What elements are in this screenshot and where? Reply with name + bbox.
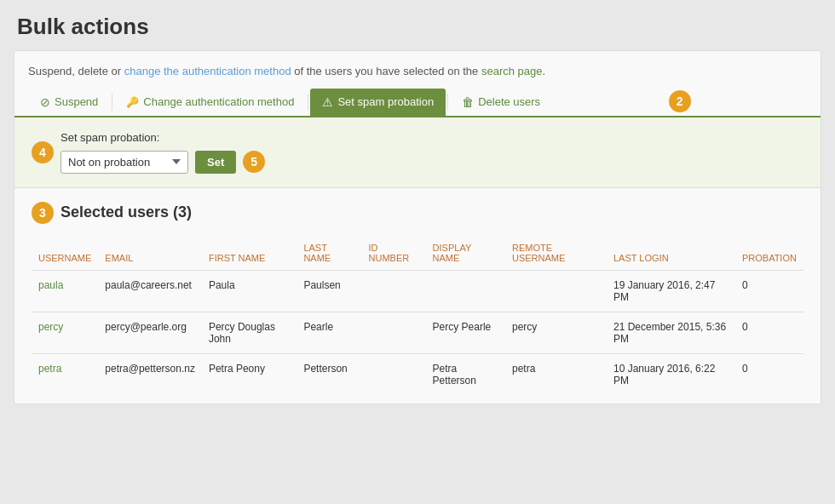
change-auth-icon: 🔑 <box>126 96 139 108</box>
col-last-name: LAST NAME <box>297 238 361 271</box>
step-2-badge: 2 <box>669 90 691 112</box>
tab-divider-3 <box>447 94 448 111</box>
cell-probation: 0 <box>735 270 803 312</box>
cell-username[interactable]: percy <box>32 312 98 353</box>
step-3-badge: 3 <box>32 202 54 224</box>
tab-divider-2 <box>308 94 308 111</box>
cell-username[interactable]: petra <box>32 353 98 395</box>
cell-probation: 0 <box>735 312 803 353</box>
info-text-end: . <box>543 65 546 77</box>
step-5-badge: 5 <box>243 151 265 173</box>
users-table: USERNAME EMAIL FIRST NAME LAST NAME ID N… <box>32 238 803 395</box>
cell-username-link[interactable]: paula <box>38 279 63 291</box>
col-remote-username: REMOTE USERNAME <box>505 238 607 271</box>
cell-username-link[interactable]: petra <box>38 363 61 375</box>
cell-id-number <box>362 312 426 353</box>
cell-remote-username <box>505 270 607 312</box>
cell-last-name: Paulsen <box>297 270 361 312</box>
cell-email: percy@pearle.org <box>98 312 202 353</box>
tabs-bar: ⊘ Suspend 🔑 Change authentication method… <box>14 89 821 117</box>
cell-last-login: 19 January 2016, 2:47 PM <box>607 270 735 312</box>
tab-suspend[interactable]: ⊘ Suspend <box>28 89 110 116</box>
info-bar: Suspend, delete or change the authentica… <box>14 51 821 89</box>
cell-username-link[interactable]: percy <box>38 321 63 333</box>
cell-last-name: Petterson <box>297 353 361 395</box>
tab-divider-1 <box>112 94 112 111</box>
tab-delete-users[interactable]: 🗑 Delete users <box>450 89 552 116</box>
info-text-before: Suspend, delete or <box>28 65 124 77</box>
tab-change-auth[interactable]: 🔑 Change authentication method <box>114 89 306 115</box>
info-text-middle: of the users you have selected on the <box>291 65 481 77</box>
warning-icon: ⚠ <box>322 95 333 109</box>
selected-users-section: 3 Selected users (3) USERNAME EMAIL FIRS… <box>14 188 821 404</box>
table-row: paulapaula@careers.netPaulaPaulsen19 Jan… <box>32 270 803 312</box>
col-first-name: FIRST NAME <box>202 238 297 271</box>
cell-id-number <box>362 270 426 312</box>
selected-users-heading: Selected users (3) <box>60 203 192 221</box>
cell-first-name: Paula <box>202 270 297 312</box>
action-label: Set spam probation: <box>60 131 265 144</box>
table-row: petrapetra@petterson.nzPetra PeonyPetter… <box>32 353 803 395</box>
action-row: Not on probation On probation Set 5 <box>60 151 265 174</box>
cell-display-name <box>426 270 505 312</box>
probation-select[interactable]: Not on probation On probation <box>60 151 188 174</box>
cell-username[interactable]: paula <box>32 270 98 312</box>
cell-probation: 0 <box>735 353 803 395</box>
tab-set-spam[interactable]: ⚠ Set spam probation <box>310 89 446 116</box>
cell-first-name: Petra Peony <box>202 353 297 395</box>
selected-users-title: 3 Selected users (3) <box>32 202 803 224</box>
cell-first-name: Percy Douglas John <box>202 312 297 353</box>
search-page-link[interactable]: search page <box>481 65 543 77</box>
tab-set-spam-label: Set spam probation <box>337 95 434 108</box>
cell-display-name: Petra Petterson <box>426 353 505 395</box>
col-username: USERNAME <box>32 238 98 271</box>
cell-email: petra@petterson.nz <box>98 353 202 395</box>
cell-last-login: 10 January 2016, 6:22 PM <box>607 353 735 395</box>
step-4-badge: 4 <box>32 141 54 163</box>
action-panel: 4 Set spam probation: Not on probation O… <box>14 117 821 188</box>
cell-email: paula@careers.net <box>98 270 202 312</box>
cell-id-number <box>362 353 426 395</box>
page-title: Bulk actions <box>17 14 818 40</box>
tab-suspend-label: Suspend <box>55 95 98 108</box>
col-display-name: DISPLAY NAME <box>426 238 505 271</box>
col-probation: PROBATION <box>735 238 803 271</box>
cell-last-name: Pearle <box>297 312 361 353</box>
table-header-row: USERNAME EMAIL FIRST NAME LAST NAME ID N… <box>32 238 803 271</box>
change-auth-link[interactable]: change the authentication method <box>124 65 291 77</box>
cell-remote-username: petra <box>505 353 607 395</box>
table-row: percypercy@pearle.orgPercy Douglas JohnP… <box>32 312 803 353</box>
cell-remote-username: percy <box>505 312 607 353</box>
set-button[interactable]: Set <box>195 151 236 174</box>
tab-delete-users-label: Delete users <box>478 95 540 108</box>
cell-last-login: 21 December 2015, 5:36 PM <box>607 312 735 353</box>
trash-icon: 🗑 <box>462 95 474 109</box>
suspend-icon: ⊘ <box>40 95 50 109</box>
tab-change-auth-label: Change authentication method <box>143 95 294 108</box>
col-id-number: ID NUMBER <box>362 238 426 271</box>
col-email: EMAIL <box>98 238 202 271</box>
col-last-login: LAST LOGIN <box>607 238 735 271</box>
cell-display-name: Percy Pearle <box>426 312 505 353</box>
